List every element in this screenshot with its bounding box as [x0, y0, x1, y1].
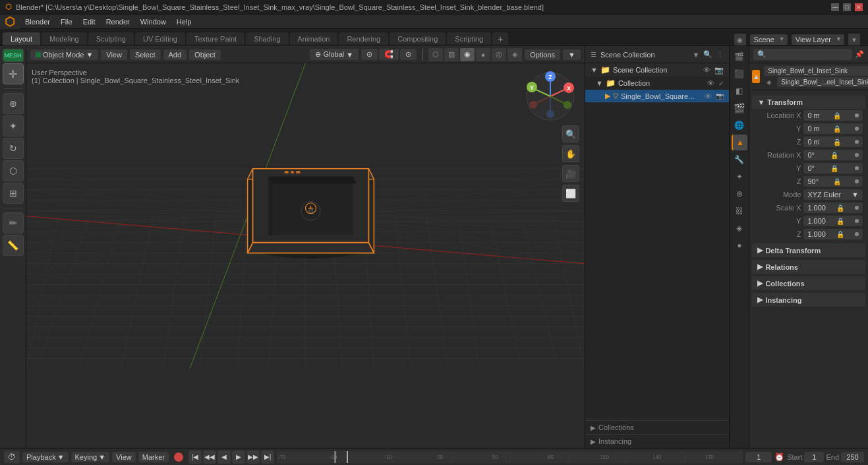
- properties-search-box[interactable]: 🔍: [753, 49, 852, 60]
- tab-scripting[interactable]: Scripting: [447, 32, 491, 46]
- minimize-button[interactable]: —: [831, 3, 839, 11]
- rotation-y-value[interactable]: 0° 🔒: [803, 163, 863, 173]
- move-tool-btn[interactable]: ✦: [3, 115, 24, 137]
- rotation-z-lock-icon[interactable]: 🔒: [833, 178, 841, 185]
- options-btn[interactable]: Options: [525, 49, 560, 60]
- tab-sculpting[interactable]: Sculpting: [88, 32, 134, 46]
- rotation-mode-value[interactable]: XYZ Euler ▼: [803, 189, 863, 200]
- menu-window[interactable]: Window: [135, 15, 171, 29]
- scale-z-lock-icon[interactable]: 🔒: [836, 231, 844, 238]
- scene-properties-icon[interactable]: 🎬: [732, 100, 747, 116]
- properties-pin-icon[interactable]: 📌: [855, 50, 864, 59]
- location-y-value[interactable]: 0 m 🔒: [803, 123, 863, 134]
- annotate-tool-btn[interactable]: ✏: [3, 212, 24, 233]
- skip-end-button[interactable]: ▶|: [261, 450, 274, 464]
- instancing-prop-header[interactable]: ▶ Instancing: [752, 293, 865, 307]
- instancing-section-btn[interactable]: ▶ Instancing: [585, 434, 729, 448]
- select-menu[interactable]: Select: [130, 49, 161, 60]
- material-properties-icon[interactable]: ●: [732, 237, 747, 253]
- location-x-lock-icon[interactable]: 🔒: [833, 112, 841, 119]
- tab-texture-paint[interactable]: Texture Paint: [187, 32, 245, 46]
- blender-logo-icon[interactable]: ⬡: [0, 15, 20, 29]
- select-tool-btn[interactable]: ✛: [3, 63, 24, 84]
- tab-layout[interactable]: Layout: [3, 32, 40, 46]
- relations-header[interactable]: ▶ Relations: [752, 260, 865, 274]
- world-properties-icon[interactable]: 🌐: [732, 117, 747, 133]
- rotation-y-lock-icon[interactable]: 🔒: [830, 165, 838, 172]
- particles-properties-icon[interactable]: ✦: [732, 169, 747, 185]
- mesh-name-field[interactable]: Single_Bowl_...eel_Inset_Sink: [777, 77, 868, 87]
- scale-x-value[interactable]: 1.000 🔒: [803, 202, 863, 213]
- tab-modeling[interactable]: Modeling: [42, 32, 87, 46]
- object-menu[interactable]: Object: [189, 49, 221, 60]
- proportional-btn[interactable]: ⊙: [400, 49, 417, 60]
- camera-view-btn[interactable]: 🎥: [562, 165, 579, 182]
- navigation-gizmo[interactable]: Z X Y: [524, 70, 577, 123]
- titlebar-controls[interactable]: — □ ✕: [831, 3, 863, 11]
- snap-btn[interactable]: 🧲: [379, 49, 399, 60]
- outliner-item-object[interactable]: ▶ ▽ Single_Bowl_Square... 👁 📷: [585, 90, 729, 102]
- close-button[interactable]: ✕: [855, 3, 863, 11]
- outliner-search-icon[interactable]: 🔍: [703, 50, 712, 59]
- shading-overlay-btn[interactable]: ◎: [492, 48, 506, 61]
- tab-shading[interactable]: Shading: [246, 32, 288, 46]
- outliner-more-icon[interactable]: ⋮: [716, 50, 724, 59]
- pivot-dropdown[interactable]: ⊙: [361, 49, 378, 60]
- object-eye-icon[interactable]: 👁: [705, 92, 712, 100]
- playback-menu[interactable]: Playback ▼: [22, 452, 69, 462]
- skip-start-button[interactable]: |◀: [188, 450, 202, 464]
- transform-section-header[interactable]: ▼ Transform: [752, 96, 865, 109]
- scale-tool-btn[interactable]: ⬡: [3, 160, 24, 181]
- constraints-properties-icon[interactable]: ⛓: [732, 203, 747, 219]
- collections-section-btn[interactable]: ▶ Collections: [585, 420, 729, 434]
- tab-animation[interactable]: Animation: [290, 32, 338, 46]
- scene-collection-eye-icon[interactable]: 👁: [703, 66, 710, 74]
- tab-uv-editing[interactable]: UV Editing: [135, 32, 185, 46]
- viewport[interactable]: Object Mode ▼ View Select Add Object ⊕ G…: [26, 46, 585, 448]
- rotation-x-lock-icon[interactable]: 🔒: [830, 152, 838, 159]
- view-menu[interactable]: View: [101, 49, 127, 60]
- view-menu-timeline[interactable]: View: [112, 452, 136, 462]
- prev-keyframe-button[interactable]: ◀◀: [203, 450, 216, 464]
- zoom-icon-btn[interactable]: 🔍: [562, 125, 579, 142]
- scale-y-lock-icon[interactable]: 🔒: [836, 218, 844, 225]
- object-properties-icon[interactable]: ▲: [732, 135, 747, 150]
- object-name-field[interactable]: Single_Bowl_el_Inset_Sink: [764, 66, 868, 76]
- outliner-item-collection[interactable]: ▼ 📁 Collection 👁 ✓: [585, 77, 729, 90]
- add-menu[interactable]: Add: [163, 49, 187, 60]
- outliner-filter-icon[interactable]: ▼: [693, 51, 700, 59]
- tab-compositing[interactable]: Compositing: [390, 32, 446, 46]
- cursor-tool-btn[interactable]: ⊕: [3, 93, 24, 114]
- filter-icon[interactable]: ▼: [848, 34, 860, 46]
- modifier-properties-icon[interactable]: 🔧: [732, 152, 747, 168]
- location-y-lock-icon[interactable]: 🔒: [833, 125, 841, 133]
- play-button[interactable]: ▶: [232, 450, 245, 464]
- options-arrow[interactable]: ▼: [563, 49, 581, 60]
- play-reverse-button[interactable]: ◀: [217, 450, 231, 464]
- menu-edit[interactable]: Edit: [78, 15, 101, 29]
- scale-x-lock-icon[interactable]: 🔒: [836, 204, 844, 212]
- tab-rendering[interactable]: Rendering: [339, 32, 388, 46]
- menu-blender[interactable]: Blender: [20, 15, 55, 29]
- render-properties-icon[interactable]: 🎬: [732, 49, 747, 65]
- next-keyframe-button[interactable]: ▶▶: [246, 450, 260, 464]
- location-z-lock-icon[interactable]: 🔒: [833, 139, 841, 146]
- keying-menu[interactable]: Keying ▼: [71, 452, 110, 462]
- menu-render[interactable]: Render: [101, 15, 135, 29]
- scale-z-value[interactable]: 1.000 🔒: [803, 229, 863, 239]
- data-properties-icon[interactable]: ◈: [732, 220, 747, 236]
- quad-view-btn[interactable]: ⬜: [562, 185, 579, 202]
- shading-xray-btn[interactable]: ◈: [507, 48, 522, 61]
- shading-solid-btn[interactable]: ▨: [444, 48, 459, 61]
- view-layer-properties-icon[interactable]: ◧: [732, 83, 747, 99]
- rotation-z-value[interactable]: 90° 🔒: [803, 176, 863, 187]
- transform-tool-btn[interactable]: ⊞: [3, 183, 24, 204]
- start-frame-input[interactable]: 1: [804, 452, 824, 462]
- collection-eye-icon[interactable]: 👁: [707, 79, 714, 87]
- shading-rendered-btn[interactable]: ●: [476, 48, 490, 61]
- delta-transform-header[interactable]: ▶ Delta Transform: [752, 243, 865, 257]
- shading-material-btn[interactable]: ◉: [460, 48, 475, 61]
- tab-add[interactable]: +: [492, 32, 508, 46]
- shading-wireframe-btn[interactable]: ⬡: [428, 48, 443, 61]
- rotation-x-value[interactable]: 0° 🔒: [803, 150, 863, 160]
